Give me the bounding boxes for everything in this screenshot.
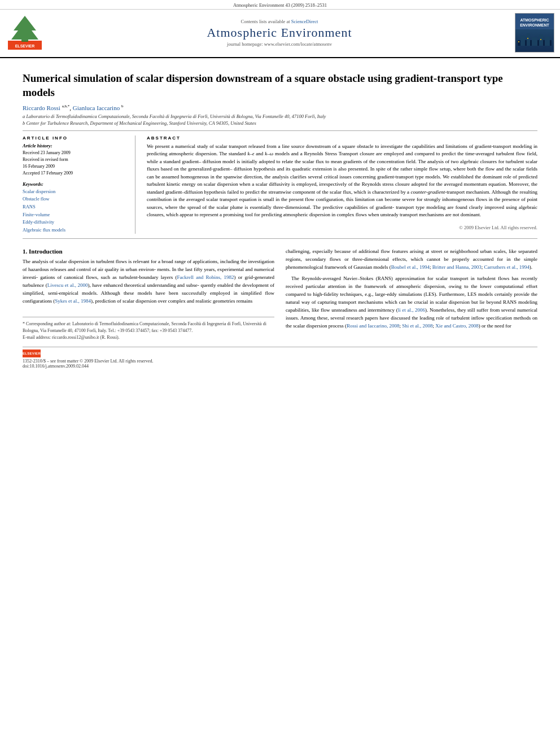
cite-li[interactable]: li et al., 2006 (398, 307, 425, 313)
svg-rect-10 (518, 41, 519, 42)
svg-text:ELSEVIER: ELSEVIER (15, 44, 35, 48)
section-number: 1. (23, 248, 27, 255)
journal-cover-image: ATMOSPHERICENVIRONMENT (515, 13, 554, 53)
info-section: ARTICLE INFO Article history: Received 2… (23, 136, 537, 234)
abstract-column: ABSTRACT We present a numerical study of… (147, 136, 537, 234)
author-rossi: Riccardo Rossi (23, 104, 60, 111)
body-col-right: challenging, especially because of addit… (286, 248, 537, 341)
keywords-section: Keywords: Scalar dispersion Obstacle flo… (23, 181, 127, 234)
abstract-heading: ABSTRACT (147, 136, 537, 141)
sciencedirect-link[interactable]: ScienceDirect (291, 19, 318, 24)
received-revised-label: Received in revised form (23, 156, 127, 163)
cite-xie[interactable]: Xie and Castro, 2008 (435, 323, 479, 329)
page: Atmospheric Environment 43 (2009) 2518–2… (0, 0, 560, 747)
cite-fackrell[interactable]: Fackrell and Robins, 1982 (177, 274, 234, 280)
footnote-text: * Corresponding author at: Laboratorio d… (23, 321, 274, 341)
intro-section-title: 1. Introduction (23, 248, 274, 255)
affiliation-b: b Center for Turbulence Research, Depart… (23, 120, 537, 127)
journal-homepage: journal homepage: www.elsevier.com/locat… (44, 41, 515, 47)
intro-body-text-left: The analysis of scalar dispersion in tur… (23, 258, 274, 305)
article-info-heading: ARTICLE INFO (23, 136, 127, 141)
cite-carruthers[interactable]: Carruthers et al., 1994 (484, 264, 529, 270)
keyword-5: Eddy-diffusivity (23, 219, 127, 226)
keyword-1: Scalar dispersion (23, 188, 127, 196)
history-label: Article history: (23, 143, 127, 148)
doi-text: doi:10.1016/j.atmosenv.2009.02.044 (23, 364, 154, 369)
keyword-2: Obstacle flow (23, 195, 127, 203)
cite-rossi[interactable]: Rossi and Iaccarino, 2008 (347, 323, 399, 329)
cite-sykes[interactable]: Sykes et al., 1984 (55, 298, 91, 304)
section-title-text: Introduction (29, 248, 63, 255)
author-iaccarino-affil: b (121, 104, 124, 111)
cite-britter[interactable]: Britter and Hanna, 2003 (432, 264, 482, 270)
journal-issue-info: Atmospheric Environment 43 (2009) 2518–2… (233, 2, 327, 8)
body-col-left: 1. Introduction The analysis of scalar d… (23, 248, 274, 341)
keyword-4: Finite-volume (23, 211, 127, 219)
intro-body-text-right: challenging, especially because of addit… (286, 248, 537, 330)
article-history: Article history: Received 23 January 200… (23, 143, 127, 177)
article-info-column: ARTICLE INFO Article history: Received 2… (23, 136, 135, 234)
svg-rect-12 (540, 39, 541, 40)
received-revised-date: 16 February 2009 (23, 163, 127, 170)
author-iaccarino: Gianluca Iaccarino (73, 104, 120, 111)
bottom-bar: ELSEVIER 1352-2310/$ – see front matter … (23, 347, 537, 369)
divider-2 (23, 238, 537, 239)
sciencedirect-info: Contents lists available at ScienceDirec… (44, 19, 515, 24)
bottom-elsevier-logo: ELSEVIER (23, 350, 154, 357)
keyword-6: Algebraic flux models (23, 226, 127, 234)
main-content: Numerical simulation of scalar dispersio… (0, 58, 560, 374)
cite-boubel[interactable]: Boubel et al., 1994 (391, 264, 430, 270)
copyright-line: © 2009 Elsevier Ltd. All rights reserved… (147, 222, 537, 230)
accepted-date: Accepted 17 February 2009 (23, 170, 127, 177)
footnote-main: * Corresponding author at: Laboratorio d… (23, 321, 266, 333)
svg-rect-6 (527, 33, 530, 46)
elsevier-brand: ELSEVIER (23, 350, 41, 357)
journal-banner: ELSEVIER Contents lists available at Sci… (0, 11, 560, 55)
cover-text: ATMOSPHERICENVIRONMENT (517, 17, 553, 48)
elsevier-logo: ELSEVIER (6, 14, 44, 52)
affiliation-a: a Laboratorio di Termofluidodinamica Com… (23, 113, 537, 120)
author-rossi-affil: a,b,*, (62, 104, 71, 111)
journal-header: Atmospheric Environment 43 (2009) 2518–2… (0, 0, 560, 58)
svg-rect-5 (520, 36, 525, 46)
issn-text: 1352-2310/$ – see front matter © 2009 El… (23, 359, 154, 364)
keyword-3: RANS (23, 203, 127, 211)
footnote-email: E-mail address: riccardo.rossi12@unibo.i… (23, 335, 120, 340)
homepage-text: journal homepage: www.elsevier.com/locat… (227, 41, 332, 47)
cite-shi[interactable]: Shi et al., 2008 (402, 323, 432, 329)
journal-title-area: Contents lists available at ScienceDirec… (44, 19, 515, 47)
footnote-area: * Corresponding author at: Laboratorio d… (23, 317, 274, 341)
journal-top-line: Atmospheric Environment 43 (2009) 2518–2… (0, 0, 560, 10)
svg-rect-11 (527, 38, 528, 39)
keywords-label: Keywords: (23, 181, 127, 187)
authors-line: Riccardo Rossi a,b,*, Gianluca Iaccarino… (23, 104, 537, 111)
abstract-text: We present a numerical study of scalar t… (147, 143, 537, 219)
affiliations: a Laboratorio di Termofluidodinamica Com… (23, 113, 537, 127)
journal-name: Atmospheric Environment (44, 25, 515, 40)
article-title: Numerical simulation of scalar dispersio… (23, 72, 537, 99)
divider-1 (23, 130, 537, 131)
bottom-left: ELSEVIER 1352-2310/$ – see front matter … (23, 350, 154, 369)
svg-rect-7 (532, 37, 537, 46)
svg-rect-9 (545, 37, 550, 46)
received-date: Received 23 January 2009 (23, 150, 127, 156)
cite-livescu[interactable]: Livescu et al., 2000 (47, 282, 88, 288)
body-section: 1. Introduction The analysis of scalar d… (23, 248, 537, 341)
sciencedirect-text: Contents lists available at (241, 19, 290, 24)
